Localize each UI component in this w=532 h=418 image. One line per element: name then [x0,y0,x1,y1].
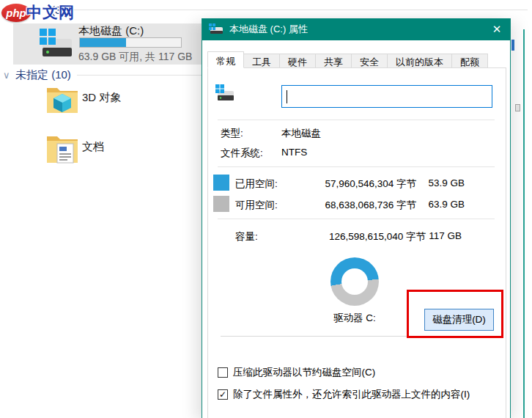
3d-objects-folder-icon [45,82,79,116]
background-window-border [523,29,525,418]
folder-item-3d-objects[interactable] [45,82,79,119]
drive-icon-small [209,23,223,35]
php-chinese-net-logo: php 中文网 [1,2,75,23]
separator [218,166,495,167]
filesystem-label: 文件系统: [221,147,263,160]
drive-icon [38,27,73,61]
filesystem-value: NTFS [281,147,307,158]
dialog-titlebar[interactable]: 本地磁盘 (C:) 属性 ✕ [202,18,510,40]
capacity-donut [330,257,379,306]
chevron-down-icon[interactable]: ∨ [3,70,10,81]
tab-sharing[interactable]: 共享 [316,54,352,68]
used-space-swatch [213,175,229,191]
used-space-label: 已用空间: [235,177,278,191]
red-annotation-box [407,290,503,338]
tab-hardware[interactable]: 硬件 [280,54,316,68]
separator [218,120,495,120]
free-space-bytes: 68,638,068,736 字节 [276,199,416,212]
capacity-size: 117 GB [419,230,462,241]
type-label: 类型: [221,127,243,140]
text-caret [287,90,287,103]
capacity-bar-fill [80,38,126,47]
background-fragment [515,104,520,111]
background-fragment [511,40,514,51]
group-separator-line [70,10,528,10]
tab-general[interactable]: 常规 [207,51,244,68]
php-logo-text: 中文网 [26,2,75,23]
drive-name-label: 本地磁盘 (C:) [78,24,144,38]
tab-security[interactable]: 安全 [352,54,388,68]
unspecified-group-header[interactable]: 未指定 (10) [15,68,71,82]
capacity-label: 容量: [235,230,258,243]
folder-item-documents[interactable] [45,132,79,169]
drive-icon [215,84,234,103]
drive-capacity-bar [79,37,182,48]
type-value: 本地磁盘 [281,127,321,140]
index-contents-label: 除了文件属性外，还允许索引此驱动器上文件的内容(I) [233,388,470,401]
tab-tools[interactable]: 工具 [244,54,280,68]
separator [218,219,495,219]
used-space-size: 53.9 GB [419,177,465,188]
documents-folder-icon [45,132,79,166]
used-space-bytes: 57,960,546,304 字节 [276,177,416,191]
folder-label: 3D 对象 [82,91,121,105]
compress-drive-row: 压缩此驱动器以节约磁盘空间(C) [218,366,375,379]
tab-quota[interactable]: 配额 [452,54,488,68]
drive-caption: 驱动器 C: [318,312,391,325]
screenshot-root: (3) php 中文网 本地磁盘 (C:) 63.9 GB 可用, 共 117 … [0,0,532,418]
close-icon[interactable]: ✕ [484,18,510,40]
volume-name-input[interactable] [281,85,492,108]
properties-dialog: 本地磁盘 (C:) 属性 ✕ 常规 工具 硬件 共享 安全 以前的版本 配额 类… [202,18,511,418]
dialog-title: 本地磁盘 (C:) 属性 [229,23,308,36]
index-contents-checkbox[interactable] [218,389,228,400]
free-space-label: 可用空间: [235,199,278,212]
compress-drive-label: 压缩此驱动器以节约磁盘空间(C) [233,366,375,379]
capacity-bytes: 126,598,615,040 字节 [276,230,426,243]
drive-usage-label: 63.9 GB 可用, 共 117 GB [78,51,192,64]
group-separator-line [77,75,205,76]
folder-label: 文档 [82,140,104,154]
dialog-tabstrip: 常规 工具 硬件 共享 安全 以前的版本 配额 [207,51,488,68]
free-space-swatch [213,196,229,212]
tab-previous-versions[interactable]: 以前的版本 [388,54,452,68]
compress-drive-checkbox[interactable] [218,367,228,378]
index-contents-row: 除了文件属性外，还允许索引此驱动器上文件的内容(I) [218,388,470,401]
donut-hole [341,268,368,295]
free-space-size: 63.9 GB [419,199,465,210]
